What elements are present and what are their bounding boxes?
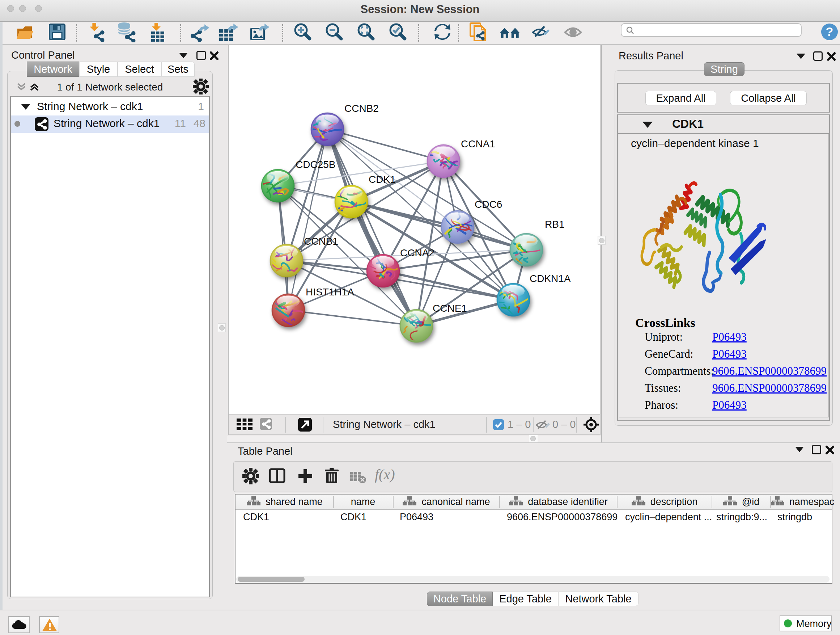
svg-text:CCNE1: CCNE1 <box>433 302 467 314</box>
svg-text:CCNB1: CCNB1 <box>304 236 338 247</box>
svg-text:?: ? <box>826 25 834 38</box>
svg-text:CCNB2: CCNB2 <box>344 103 379 114</box>
svg-text:CCNA1: CCNA1 <box>461 138 495 149</box>
svg-text:CDC25B: CDC25B <box>295 159 335 170</box>
svg-text:CDK1: CDK1 <box>369 174 396 185</box>
svg-text:CCNA2: CCNA2 <box>400 247 434 258</box>
svg-text:CDC6: CDC6 <box>475 199 502 210</box>
svg-text:HIST1H1A: HIST1H1A <box>306 287 354 298</box>
svg-text:CDKN1A: CDKN1A <box>530 273 571 284</box>
svg-text:RB1: RB1 <box>545 219 564 230</box>
